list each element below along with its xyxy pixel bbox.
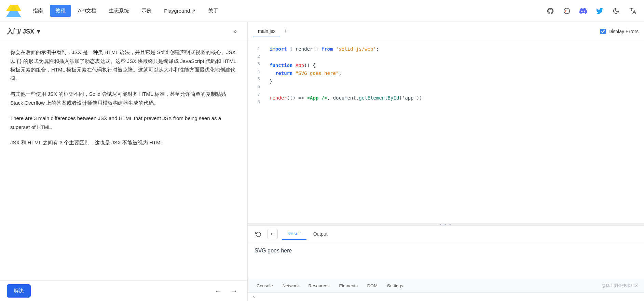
- reddit-icon[interactable]: r: [561, 5, 573, 17]
- twitter-icon[interactable]: [593, 5, 606, 17]
- navbar: 指南 教程 API文档 生态系统 示例 Playground ↗ 关于 r: [0, 0, 644, 22]
- nav-arrows: ← →: [212, 285, 241, 297]
- code-line-4: return "SVG goes here";: [270, 69, 639, 78]
- github-icon[interactable]: [544, 5, 557, 17]
- tab-label: main.jsx: [258, 28, 275, 34]
- bottom-panel: Result Output SVG goes here Console Netw…: [248, 226, 644, 301]
- breadcrumb-text: 入门/ JSX: [7, 27, 34, 36]
- display-errors-checkbox[interactable]: [600, 29, 606, 34]
- collapse-button[interactable]: »: [230, 26, 241, 37]
- code-line-3: function App() {: [270, 62, 639, 70]
- result-tab[interactable]: Result: [282, 228, 306, 240]
- display-errors-label: Display Errors: [608, 29, 639, 34]
- breadcrumb: 入门/ JSX ▾: [7, 27, 40, 36]
- paragraph-1: 你会在后面的示例中看到，JSX 是一种类 HTML 语法，并且它是 Solid …: [10, 48, 237, 83]
- line-num-2: 2: [248, 53, 264, 60]
- discord-icon[interactable]: [577, 5, 589, 17]
- add-tab-button[interactable]: +: [282, 27, 290, 36]
- left-content: 你会在后面的示例中看到，JSX 是一种类 HTML 语法，并且它是 Solid …: [0, 41, 247, 280]
- translate-icon[interactable]: [626, 5, 639, 17]
- code-line-6: [270, 86, 639, 94]
- nav-tutorial[interactable]: 教程: [50, 5, 71, 17]
- svg-marker-2: [6, 5, 21, 11]
- breadcrumb-chevron: ▾: [37, 28, 40, 35]
- devtools-bar: Console Network Resources Elements DOM S…: [248, 279, 644, 292]
- navbar-icons: r: [544, 5, 639, 17]
- code-line-1: import { render } from 'solid-js/web';: [270, 45, 639, 53]
- paragraph-2: 与其他一些使用 JSX 的框架不同，Solid 尝试尽可能对齐 HTML 标准，…: [10, 90, 237, 107]
- nav-playground[interactable]: Playground ↗: [159, 5, 201, 17]
- devtools-settings[interactable]: Settings: [384, 281, 407, 290]
- console-button[interactable]: [268, 229, 278, 239]
- left-panel: 入门/ JSX ▾ » 你会在后面的示例中看到，JSX 是一种类 HTML 语法…: [0, 22, 248, 301]
- code-line-8: [270, 102, 639, 110]
- line-num-5: 5: [248, 75, 264, 83]
- nav-api[interactable]: API文档: [72, 5, 102, 17]
- code-line-7: render(() => <App />, document.getElemen…: [270, 94, 639, 102]
- left-footer: 解决 ← →: [0, 280, 247, 301]
- devtools-network[interactable]: Network: [279, 281, 302, 290]
- right-panel: main.jsx + Display Errors 1 2 3 4 5 6 7 …: [248, 22, 644, 301]
- devtools-dom[interactable]: DOM: [364, 281, 381, 290]
- watermark: @稀土掘金技术社区: [602, 283, 639, 289]
- solve-button[interactable]: 解决: [7, 284, 31, 298]
- nav-about[interactable]: 关于: [203, 5, 224, 17]
- bottom-content: SVG goes here: [248, 242, 644, 279]
- display-errors-area: Display Errors: [600, 29, 639, 34]
- line-num-1: 1: [248, 45, 264, 53]
- left-header: 入门/ JSX ▾ »: [0, 22, 247, 41]
- output-tab[interactable]: Output: [308, 228, 333, 239]
- editor-header: main.jsx + Display Errors: [248, 22, 644, 41]
- logo[interactable]: [5, 4, 22, 18]
- moon-icon[interactable]: [610, 5, 622, 17]
- line-num-3: 3: [248, 60, 264, 68]
- panel-divider[interactable]: • • •: [248, 223, 644, 226]
- code-editor[interactable]: 1 2 3 4 5 6 7 8 import { render } from '…: [248, 41, 644, 223]
- devtools-resources[interactable]: Resources: [305, 281, 333, 290]
- paragraph-4: JSX 和 HTML 之间有 3 个主要区别，这也是 JSX 不能被视为 HTM…: [10, 138, 237, 147]
- chevron-right-icon[interactable]: ›: [253, 294, 255, 300]
- nav-links: 指南 教程 API文档 生态系统 示例 Playground ↗ 关于: [27, 5, 544, 17]
- line-numbers: 1 2 3 4 5 6 7 8: [248, 41, 264, 223]
- code-line-5: }: [270, 78, 639, 86]
- line-num-8: 8: [248, 98, 264, 106]
- main-jsx-tab[interactable]: main.jsx: [253, 26, 280, 37]
- line-num-7: 7: [248, 91, 264, 98]
- refresh-button[interactable]: [253, 229, 263, 239]
- devtools-console[interactable]: Console: [253, 281, 276, 290]
- playground-label: Playground ↗: [164, 8, 196, 14]
- devtools-elements[interactable]: Elements: [336, 281, 361, 290]
- next-button[interactable]: →: [228, 285, 241, 297]
- code-line-2: [270, 53, 639, 62]
- bottom-tabs: Result Output: [248, 226, 644, 242]
- nav-ecosystem[interactable]: 生态系统: [103, 5, 135, 17]
- line-num-4: 4: [248, 68, 264, 75]
- code-lines: import { render } from 'solid-js/web'; f…: [264, 41, 644, 223]
- nav-guide[interactable]: 指南: [27, 5, 49, 17]
- line-num-6: 6: [248, 83, 264, 90]
- nav-examples[interactable]: 示例: [136, 5, 157, 17]
- prev-button[interactable]: ←: [212, 285, 225, 297]
- bottom-indicator: ›: [248, 292, 644, 301]
- paragraph-3: There are 3 main differences between JSX…: [10, 114, 237, 131]
- main-layout: 入门/ JSX ▾ » 你会在后面的示例中看到，JSX 是一种类 HTML 语法…: [0, 22, 644, 301]
- result-text: SVG goes here: [255, 248, 292, 253]
